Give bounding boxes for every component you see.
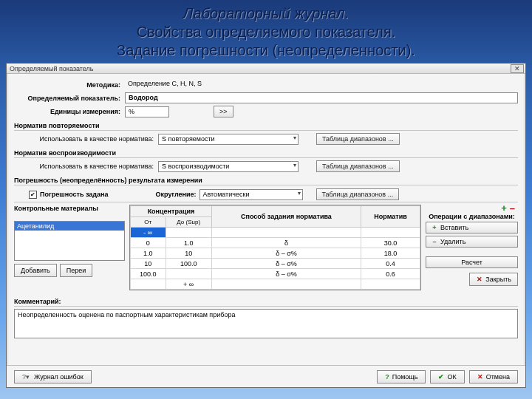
rounding-label: Округление: [156, 191, 200, 198]
minus-icon: – [510, 202, 515, 214]
col-concentration: Концентрация [131, 206, 212, 217]
dialog-window: Определяемый показатель ✕ Методика: Опре… [6, 63, 526, 388]
error-set-checkbox[interactable]: ✔ [29, 191, 37, 199]
method-value: Определение C, H, N, S [125, 79, 205, 90]
ranges-grid[interactable]: Концентрация Способ задания норматива Но… [129, 205, 421, 290]
grid-row[interactable]: - ∞ [131, 228, 420, 238]
error-set-label: Погрешность задана [40, 191, 112, 198]
check-icon: ✔ [438, 373, 444, 381]
window-titlebar[interactable]: Определяемый показатель ✕ [7, 64, 525, 74]
grid-row[interactable]: + ∞ [131, 279, 420, 290]
title-line-3: Задание погрешности (неопределенности). [0, 41, 532, 60]
repeat-use-label: Использовать в качестве норматива: [14, 135, 158, 143]
grid-row[interactable]: 100.0δ – σ%0.6 [131, 269, 420, 279]
help-button[interactable]: ?Помощь [377, 370, 426, 383]
control-material-item[interactable]: Ацетанилид [15, 222, 124, 231]
grid-row[interactable]: 01.0δ30.0 [131, 238, 420, 248]
control-materials-header: Контрольные материалы [14, 205, 125, 221]
repro-range-button[interactable]: Таблица диапазонов ... [316, 160, 400, 172]
title-line-1: Лабораторный журнал. [0, 4, 532, 23]
grid-row[interactable]: 1.010δ – σ%18.0 [131, 248, 420, 259]
calc-button[interactable]: Расчет [426, 256, 518, 268]
col-mode: Способ задания норматива [211, 206, 361, 228]
window-title: Определяемый показатель [10, 65, 93, 72]
caret-icon: ?▾ [22, 373, 30, 381]
minus-icon: – [431, 238, 438, 245]
col-from: От [131, 217, 166, 228]
window-footer: ?▾Журнал ошибок ?Помощь ✔ОК ✕Отмена [7, 365, 525, 387]
error-log-button[interactable]: ?▾Журнал ошибок [14, 370, 92, 383]
ops-header: Операции с диапазонами: [426, 213, 518, 220]
plus-icon: + [431, 224, 438, 231]
close-icon: ✕ [477, 373, 483, 381]
repeatability-header: Норматив повторяемости [14, 122, 518, 129]
comment-label: Комментарий: [14, 298, 518, 305]
control-materials-list[interactable]: Ацетанилид [14, 221, 125, 261]
ok-button[interactable]: ✔ОК [430, 370, 464, 383]
repro-norm-combo[interactable]: S воспроизводимости [158, 161, 299, 172]
slide-title: Лабораторный журнал. Свойства определяем… [0, 0, 532, 61]
error-range-button[interactable]: Таблица диапазонов ... [316, 188, 400, 200]
repeat-norm-combo[interactable]: S повторяемости [158, 134, 299, 145]
delete-range-button[interactable]: –Удалить [426, 236, 518, 248]
units-more-button[interactable]: >> [214, 106, 233, 117]
units-input[interactable]: % [125, 106, 169, 117]
window-close-button[interactable]: ✕ [511, 64, 524, 73]
method-label: Методика: [14, 81, 125, 89]
col-to: До (Sup) [166, 217, 211, 228]
rename-material-button[interactable]: Переи [60, 264, 93, 277]
repeat-range-button[interactable]: Таблица диапазонов ... [316, 133, 400, 145]
reproducibility-header: Норматив воспроизводимости [14, 149, 518, 157]
close-popup-button[interactable]: ✕Закрыть [469, 273, 518, 286]
repro-use-label: Использовать в качестве норматива: [14, 163, 158, 170]
close-icon: ✕ [476, 276, 483, 283]
col-norm: Норматив [361, 206, 420, 228]
indicator-label: Определяемый показатель: [14, 95, 125, 102]
rounding-combo[interactable]: Автоматически [200, 189, 303, 200]
cancel-button[interactable]: ✕Отмена [469, 370, 518, 383]
comment-textarea[interactable]: Неопределенность оценена по паспортным х… [14, 309, 518, 338]
title-line-2: Свойства определяемого показателя. [0, 23, 532, 41]
plus-icon: + [501, 202, 507, 214]
add-remove-icons[interactable]: +– [426, 205, 518, 211]
error-header: Погрешность (неопределённость) результат… [14, 177, 518, 184]
add-material-button[interactable]: Добавить [14, 264, 57, 277]
insert-range-button[interactable]: +Вставить [426, 222, 518, 233]
units-label: Единицы измерения: [14, 108, 125, 115]
grid-row[interactable]: 10100.0δ – σ%0.4 [131, 259, 420, 269]
indicator-input[interactable]: Водород [125, 92, 518, 103]
help-icon: ? [385, 373, 389, 381]
